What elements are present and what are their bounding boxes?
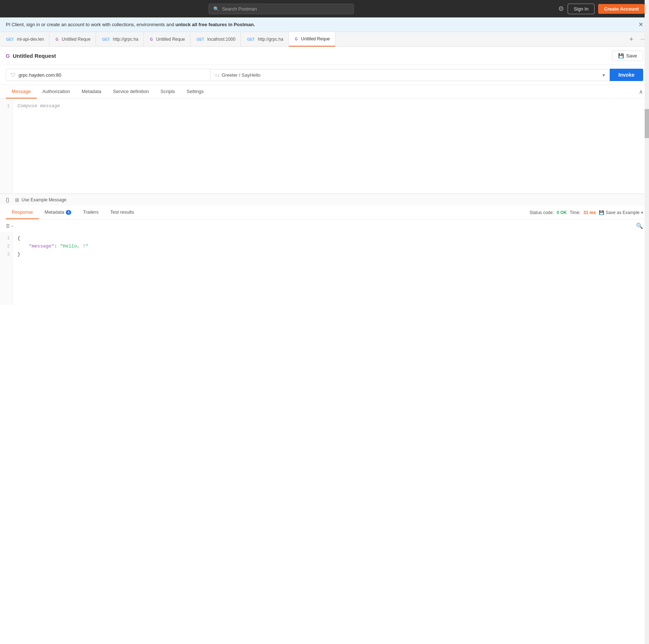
time-label: Time: <box>570 210 581 215</box>
response-section: ResponseMetadata4TrailersTest results St… <box>0 206 649 305</box>
tab-method-1: G <box>55 37 60 42</box>
format-button[interactable]: {} <box>6 197 9 203</box>
tab-5[interactable]: GEThttp://grpc.ha <box>241 32 289 47</box>
section-tab-authorization[interactable]: Authorization <box>37 85 76 98</box>
tab-label-0: ml-api-dev.len <box>17 37 44 42</box>
tab-label-2: http://grpc.ha <box>113 37 138 42</box>
banner-text: PI Client, sign in or create an account … <box>6 22 255 27</box>
banner-close-button[interactable]: ✕ <box>638 21 643 28</box>
request-header: G Untitled Request 💾 Save <box>0 47 649 65</box>
response-code-content: { "message": "Hello, !" } <box>13 232 645 305</box>
save-icon: 💾 <box>618 53 624 59</box>
line-number: 1 <box>3 102 10 110</box>
example-icon: ⊞ <box>15 197 19 203</box>
search-box[interactable]: 🔍 Search Postman <box>209 4 354 14</box>
wrap-button[interactable]: ☰→ <box>6 224 14 229</box>
format-icon: {} <box>6 197 9 203</box>
tab-0[interactable]: GETml-api-dev.len <box>0 32 49 47</box>
tab-3[interactable]: GUntitled Reque <box>144 32 190 47</box>
response-line-2: "message": "Hello, !" <box>17 242 641 250</box>
use-example-label: Use Example Message <box>21 197 66 202</box>
shield-icon: 🛡 <box>11 72 16 78</box>
response-body: 1 2 3 { "message": "Hello, !" } <box>0 232 649 305</box>
save-example-button[interactable]: 💾 Save as Example ▾ <box>599 210 643 215</box>
editor-toolbar: {} ⊞ Use Example Message <box>0 194 649 206</box>
section-tab-service-definition[interactable]: Service definition <box>107 85 155 98</box>
signin-button[interactable]: Sign In <box>568 4 594 14</box>
tab-method-3: G <box>149 37 154 42</box>
tab-method-2: GET <box>101 37 111 42</box>
section-tabs: MessageAuthorizationMetadataService defi… <box>0 85 649 99</box>
topbar: 🔍 Search Postman ⚙ Sign In Create Accoun… <box>0 0 649 17</box>
tab-6[interactable]: GUntitled Reque <box>289 32 335 47</box>
collapse-button[interactable]: ∧ <box>639 88 643 95</box>
topbar-right: ⚙ Sign In Create Account <box>558 4 645 14</box>
request-name: Untitled Request <box>13 53 56 59</box>
editor-content[interactable]: Compose message <box>13 99 646 193</box>
method-path: Greeter / SayHello <box>222 72 600 78</box>
section-tab-message[interactable]: Message <box>6 85 37 98</box>
tab-method-5: GET <box>246 37 256 42</box>
response-tab-badge-1: 4 <box>66 210 72 215</box>
method-selector[interactable]: ↑↓ Greeter / SayHello ▾ <box>210 69 610 81</box>
response-toolbar-left: ☰→ <box>6 224 14 229</box>
response-line-3: } <box>17 250 641 258</box>
response-code-view: 1 2 3 { "message": "Hello, !" } <box>0 232 649 305</box>
response-meta: Status code: 0 OK Time: 31 ms 💾 Save as … <box>529 210 643 215</box>
save-button[interactable]: 💾 Save <box>612 51 643 61</box>
tab-4[interactable]: GETlocalhost:1000 <box>190 32 241 47</box>
response-line-num: 3 <box>3 250 10 258</box>
tab-method-0: GET <box>5 37 15 42</box>
status-value: 0 OK <box>557 210 567 215</box>
response-tab-metadata[interactable]: Metadata4 <box>39 206 77 219</box>
create-account-button[interactable]: Create Account <box>598 4 645 14</box>
response-line-num: 1 <box>3 234 10 242</box>
line-numbers: 1 <box>0 99 13 193</box>
response-tabs-bar: ResponseMetadata4TrailersTest results St… <box>0 206 649 220</box>
invoke-button[interactable]: Invoke <box>610 69 643 81</box>
chevron-down-icon: ▾ <box>602 72 605 78</box>
message-area: 1 Compose message <box>0 99 649 194</box>
url-input[interactable]: 🛡 grpc.hayden.com:80 <box>6 69 210 81</box>
tab-label-1: Untitled Reque <box>62 37 90 42</box>
status-label: Status code: <box>529 210 554 215</box>
grpc-icon: G <box>6 53 10 59</box>
response-line-num: 2 <box>3 242 10 250</box>
tab-label-3: Untitled Reque <box>156 37 185 42</box>
search-response-button[interactable]: 🔍 <box>636 222 643 229</box>
save-example-icon: 💾 <box>599 210 604 215</box>
search-icon: 🔍 <box>636 222 643 229</box>
section-tab-scripts[interactable]: Scripts <box>155 85 181 98</box>
gear-button[interactable]: ⚙ <box>558 5 564 13</box>
time-value: 31 ms <box>584 210 596 215</box>
tab-method-6: G <box>294 37 299 41</box>
arrows-icon: ↑↓ <box>215 72 219 78</box>
main-scrollbar[interactable] <box>645 0 649 305</box>
tab-label-6: Untitled Reque <box>301 36 330 41</box>
wrap-icon: ☰→ <box>6 224 14 229</box>
response-line-numbers: 1 2 3 <box>0 232 13 305</box>
tab-label-5: http://grpc.ha <box>258 37 283 42</box>
save-example-chevron: ▾ <box>641 210 643 215</box>
response-tab-trailers[interactable]: Trailers <box>77 206 104 219</box>
tabs-bar: GETml-api-dev.lenGUntitled RequeGEThttp:… <box>0 32 649 47</box>
response-tab-response[interactable]: Response <box>6 206 39 219</box>
section-tab-metadata[interactable]: Metadata <box>76 85 107 98</box>
search-placeholder: Search Postman <box>222 6 257 12</box>
tab-method-4: GET <box>195 37 205 42</box>
tab-label-4: localhost:1000 <box>207 37 235 42</box>
save-example-label: Save as Example <box>606 210 640 215</box>
request-title: G Untitled Request <box>6 53 56 59</box>
tab-1[interactable]: GUntitled Reque <box>49 32 96 47</box>
response-line-1: { <box>17 234 641 242</box>
topbar-center: 🔍 Search Postman <box>209 4 354 14</box>
response-toolbar: ☰→ 🔍 <box>0 220 649 232</box>
use-example-button[interactable]: ⊞ Use Example Message <box>15 197 66 203</box>
section-tab-settings[interactable]: Settings <box>181 85 210 98</box>
tab-2[interactable]: GEThttp://grpc.ha <box>96 32 144 47</box>
banner: PI Client, sign in or create an account … <box>0 17 649 32</box>
code-editor: 1 Compose message <box>0 99 649 193</box>
main-scrollbar-thumb <box>645 109 649 138</box>
add-tab-button[interactable]: + <box>626 36 637 43</box>
response-tab-test-results[interactable]: Test results <box>104 206 140 219</box>
